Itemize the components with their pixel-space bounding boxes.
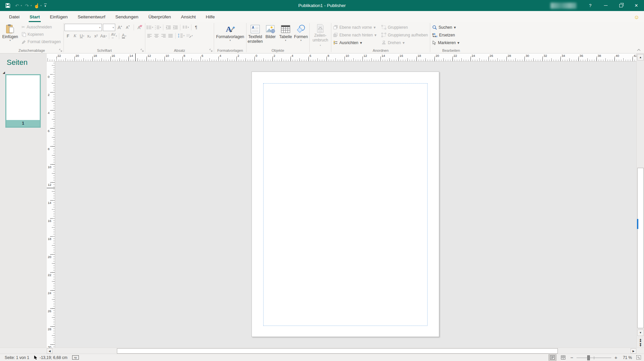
save-button[interactable] xyxy=(3,0,12,11)
align-left-button[interactable] xyxy=(146,32,153,39)
increase-indent-button[interactable] xyxy=(172,24,179,31)
change-case-button[interactable]: Aa▾ xyxy=(100,32,108,39)
minimize-button[interactable] xyxy=(598,0,613,11)
find-button[interactable]: Suchen ▾ xyxy=(431,23,461,31)
tab-ueberpruefen[interactable]: Überprüfen xyxy=(143,12,176,22)
redo-button[interactable]: ↷ xyxy=(23,0,31,11)
zoom-level[interactable]: 71 % xyxy=(621,355,632,360)
bring-forward-button[interactable]: Ebene nach vorne ▾ xyxy=(332,23,380,31)
tab-einfuegen[interactable]: Einfügen xyxy=(45,12,72,22)
decrease-indent-button[interactable] xyxy=(165,24,172,31)
zwischenablage-dialog-launcher-icon[interactable] xyxy=(59,49,62,52)
vertical-ruler[interactable]: 024681012141618202224262830 xyxy=(47,62,55,348)
touch-mouse-mode-button[interactable]: ☝ xyxy=(32,0,41,11)
numbering-button[interactable]: ▾ xyxy=(154,24,162,31)
two-page-view-button[interactable] xyxy=(559,354,567,361)
bold-button[interactable]: F xyxy=(64,32,71,39)
text-wrapping-button[interactable]: Zeilen- umbruch ▾ xyxy=(310,23,330,48)
redo-dropdown[interactable]: ▾ xyxy=(31,4,32,7)
collapse-ribbon-button[interactable] xyxy=(637,48,640,51)
publication-page[interactable] xyxy=(252,72,439,337)
tab-start[interactable]: Start xyxy=(25,12,45,22)
close-button[interactable]: ✕ xyxy=(629,0,644,11)
fit-page-button[interactable] xyxy=(636,355,641,360)
scroll-up-button[interactable]: ▲ xyxy=(637,54,644,61)
zoom-slider-thumb[interactable] xyxy=(587,355,590,360)
cursor-coordinates[interactable]: -13,19; 6,68 cm xyxy=(39,355,67,360)
shapes-button[interactable]: Formen ▾ xyxy=(293,23,309,48)
character-spacing-button[interactable]: AV↔ ▾ xyxy=(111,32,118,39)
publication-canvas[interactable] xyxy=(55,62,636,348)
font-size-combobox[interactable]: ▾ xyxy=(103,24,115,31)
feedback-smiley-icon[interactable]: ☺ xyxy=(634,15,639,20)
zoom-in-button[interactable]: + xyxy=(614,355,618,360)
scroll-right-button[interactable]: ▶ xyxy=(631,348,636,354)
format-painter-button[interactable]: Format übertragen xyxy=(20,38,63,45)
font-name-combobox[interactable]: ▾ xyxy=(64,24,102,31)
tab-ansicht[interactable]: Ansicht xyxy=(176,12,201,22)
pictures-button[interactable]: Bilder xyxy=(263,23,278,48)
select-button[interactable]: Markieren ▾ xyxy=(431,39,461,46)
table-button[interactable]: Tabelle ▾ xyxy=(278,23,293,48)
align-center-button[interactable] xyxy=(153,32,160,39)
touch-mode-dropdown[interactable]: ▾ xyxy=(40,4,42,7)
help-button[interactable]: ? xyxy=(583,0,598,11)
table-dropdown[interactable]: ▾ xyxy=(285,39,286,42)
vertical-scrollbar[interactable]: ▲ ▼ ▲▲ ▼▼ xyxy=(636,53,644,348)
shrink-font-button[interactable]: A▾ xyxy=(124,24,131,31)
absatz-dialog-launcher-icon[interactable] xyxy=(209,49,213,52)
customize-qat-button[interactable]: ▾ xyxy=(42,4,48,7)
clear-formatting-button[interactable]: A xyxy=(136,24,143,31)
ungroup-objects-button[interactable]: Gruppierung aufheben xyxy=(380,31,429,39)
font-color-button[interactable]: A ▾ xyxy=(121,32,128,39)
shapes-dropdown[interactable]: ▾ xyxy=(300,39,302,42)
styles-dropdown[interactable]: ▾ xyxy=(229,39,231,42)
restore-button[interactable] xyxy=(613,0,629,11)
page-indicator[interactable]: Seite: 1 von 1 xyxy=(5,355,29,360)
styles-button[interactable]: A Formatvorlagen ▾ xyxy=(215,23,246,48)
italic-button[interactable]: K xyxy=(71,32,78,39)
superscript-button[interactable]: x² xyxy=(93,32,100,39)
tab-datei[interactable]: Datei xyxy=(4,12,25,22)
undo-button[interactable]: ↶ xyxy=(13,0,21,11)
bullets-button[interactable]: ▾ xyxy=(146,24,154,31)
copy-button[interactable]: Kopieren xyxy=(20,31,63,38)
subscript-button[interactable]: x₂ xyxy=(86,32,93,39)
user-account-redacted[interactable] xyxy=(550,3,577,9)
next-page-button[interactable]: ▼▼ xyxy=(637,342,644,348)
scroll-left-button[interactable]: ◀ xyxy=(47,348,52,354)
tab-seitenentwurf[interactable]: Seitenentwurf xyxy=(73,12,111,22)
underline-button[interactable]: U▾ xyxy=(78,32,86,39)
vertical-scrollbar-thumb[interactable] xyxy=(637,168,644,328)
paste-button[interactable]: Einfügen ▾ xyxy=(1,23,20,48)
paragraph-shading-button[interactable]: ▾ xyxy=(185,32,194,39)
undo-dropdown[interactable]: ▾ xyxy=(21,4,22,7)
schriftart-dialog-launcher-icon[interactable] xyxy=(141,49,144,52)
replace-button[interactable]: ab ↳ac Ersetzen xyxy=(431,31,461,39)
cut-button[interactable]: ✂ Ausschneiden xyxy=(20,23,63,31)
scroll-down-button[interactable]: ▼ xyxy=(637,330,644,336)
rotate-objects-button[interactable]: Drehen ▾ xyxy=(380,39,429,46)
horizontal-scrollbar-thumb[interactable] xyxy=(117,348,558,354)
tab-sendungen[interactable]: Sendungen xyxy=(110,12,143,22)
send-backward-button[interactable]: Ebene nach hinten ▾ xyxy=(332,31,380,39)
align-right-button[interactable] xyxy=(160,32,167,39)
page-thumbnail[interactable]: 1 xyxy=(5,74,41,128)
grow-font-button[interactable]: A▴ xyxy=(116,24,123,31)
justify-button[interactable] xyxy=(167,32,174,39)
group-objects-button[interactable]: Gruppieren xyxy=(380,23,429,31)
single-page-view-button[interactable] xyxy=(548,354,556,361)
align-objects-button[interactable]: Ausrichten ▾ xyxy=(332,39,380,46)
zoom-slider[interactable] xyxy=(577,355,611,361)
tab-hilfe[interactable]: Hilfe xyxy=(201,12,220,22)
draw-textbox-button[interactable]: A Textfeld erstellen xyxy=(247,23,263,48)
horizontal-scrollbar[interactable]: ◀ ▶ xyxy=(0,348,644,354)
zoom-out-button[interactable]: − xyxy=(570,355,574,360)
line-spacing-button[interactable]: ▾ xyxy=(177,32,185,39)
paste-dropdown[interactable]: ▾ xyxy=(10,39,11,42)
pages-panel-collapse-icon[interactable]: ◢ xyxy=(3,71,5,74)
special-characters-button[interactable]: ¶ xyxy=(193,24,200,31)
horizontal-ruler[interactable]: 2220181614121086420246810121416182022242… xyxy=(47,53,636,62)
columns-button[interactable]: ▾ xyxy=(182,24,190,31)
object-size-icon[interactable]: xy xyxy=(72,355,79,360)
